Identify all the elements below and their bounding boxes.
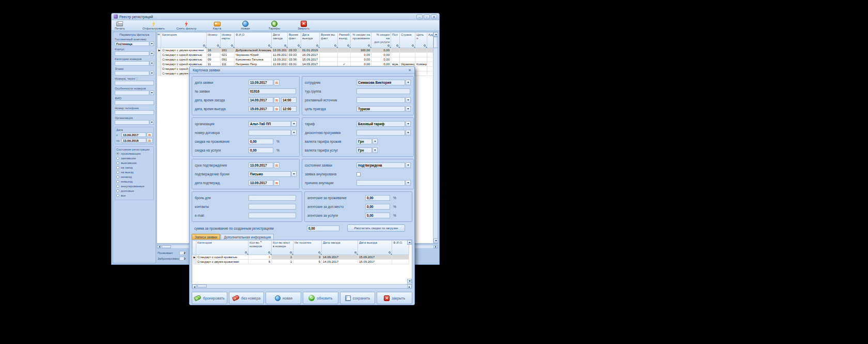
- table-cell[interactable]: [392, 255, 409, 260]
- table-cell[interactable]: 16: [207, 48, 221, 52]
- search-icon[interactable]: [203, 44, 205, 47]
- table-cell[interactable]: [415, 57, 427, 62]
- save-button[interactable]: сохранить: [340, 292, 376, 304]
- radio-icon[interactable]: [116, 180, 119, 183]
- service-currency-combo[interactable]: Грн: [357, 147, 372, 153]
- column-header-stay-discount[interactable]: % скидки на проживание: [351, 33, 371, 48]
- annulled-checkbox[interactable]: [357, 172, 361, 176]
- column-header-arrival-time[interactable]: Время факт: [288, 33, 301, 48]
- search-icon[interactable]: [284, 44, 286, 47]
- new-record-button[interactable]: новая: [266, 292, 301, 304]
- table-cell[interactable]: Стандарт с одной кроватью: [161, 62, 207, 66]
- tab-additional-info[interactable]: Дополнительная информация: [221, 234, 274, 240]
- table-cell[interactable]: [320, 62, 338, 66]
- tariff-combo[interactable]: Базовый тариф: [357, 121, 405, 127]
- calc-discounts-button[interactable]: Рассчитать скидки по загрузке: [347, 225, 405, 232]
- rec-column-departure-date[interactable]: Дата выезда: [358, 241, 392, 255]
- search-icon[interactable]: [298, 44, 300, 47]
- radio-option[interactable]: долговые: [116, 189, 152, 192]
- chevron-down-icon[interactable]: [406, 80, 411, 85]
- tab-records[interactable]: Записи заявки: [192, 234, 220, 240]
- table-cell[interactable]: [392, 260, 409, 264]
- column-header-gender[interactable]: Пол: [391, 33, 400, 48]
- chevron-down-icon[interactable]: [150, 120, 154, 125]
- search-icon[interactable]: [354, 251, 357, 253]
- radio-option[interactable]: незаезд: [116, 175, 152, 178]
- radio-option[interactable]: аннулированные: [116, 185, 152, 188]
- rec-column-not-checked-in[interactable]: Не поселен: [293, 241, 322, 255]
- table-cell[interactable]: 03: [207, 52, 221, 57]
- table-cell[interactable]: Черненко Юрий: [235, 52, 272, 57]
- table-cell[interactable]: [158, 57, 161, 62]
- ad-source-combo[interactable]: [357, 97, 405, 103]
- search-icon[interactable]: [368, 44, 370, 47]
- scroll-up-icon[interactable]: [407, 240, 412, 245]
- table-cell[interactable]: 09: [207, 57, 221, 62]
- column-header-departure-time[interactable]: Время вы факт: [320, 33, 338, 48]
- table-cell[interactable]: ▶: [158, 48, 161, 52]
- table-cell[interactable]: 11: [207, 62, 221, 66]
- chevron-down-icon[interactable]: [291, 130, 297, 136]
- table-cell[interactable]: муж.: [391, 62, 400, 66]
- hotel-complex-input[interactable]: Гостиница: [115, 41, 149, 46]
- table-cell[interactable]: 021: [221, 52, 235, 57]
- rec-column-bed-count[interactable]: Кол-во мест в номере: [272, 241, 293, 255]
- column-header-service-discount[interactable]: % скидки на доп.услуги: [371, 33, 391, 48]
- window-titlebar[interactable]: Реестр регистраций – ▫ ✕: [112, 13, 439, 20]
- tour-group-input[interactable]: [357, 88, 410, 94]
- search-icon[interactable]: [412, 44, 414, 47]
- table-cell[interactable]: [320, 48, 338, 52]
- clear-filter-button[interactable]: Снять фильтр: [174, 20, 198, 30]
- table-cell[interactable]: 0,00: [371, 52, 391, 57]
- table-cell[interactable]: 5: [249, 260, 272, 264]
- column-header-early-checkin[interactable]: Ранний въезд: [338, 33, 351, 48]
- radio-icon[interactable]: [116, 175, 119, 178]
- organization-input[interactable]: [115, 120, 149, 125]
- contacts-input[interactable]: [249, 204, 296, 210]
- date-to-input[interactable]: 13.09.2018: [121, 138, 146, 143]
- radio-icon[interactable]: [116, 152, 119, 155]
- visit-purpose-combo[interactable]: Туризм: [357, 106, 405, 112]
- phone-input[interactable]: [115, 110, 154, 115]
- chevron-down-icon[interactable]: [150, 71, 154, 76]
- request-date-input[interactable]: 13.09.2017: [249, 80, 273, 85]
- organization-combo[interactable]: Альт-Таб ПП: [249, 121, 291, 127]
- scroll-down-icon[interactable]: [407, 279, 412, 283]
- calendar-icon[interactable]: 31: [274, 80, 280, 85]
- departure-time-input[interactable]: 12:00: [281, 106, 297, 112]
- radio-option[interactable]: на заезд: [116, 166, 152, 169]
- rec-column-fio[interactable]: Ф.И.О.: [392, 241, 409, 255]
- confirm-deadline-input[interactable]: 13.09.2017: [249, 162, 273, 168]
- chevron-down-icon[interactable]: [373, 147, 378, 153]
- radio-option[interactable]: все: [116, 194, 152, 197]
- table-cell[interactable]: 03:36: [288, 57, 301, 62]
- table-cell[interactable]: [400, 52, 415, 57]
- table-cell[interactable]: [415, 71, 427, 76]
- agent-service-input[interactable]: 0,00: [365, 213, 390, 218]
- column-header-purpose[interactable]: Цель п: [415, 33, 427, 48]
- search-icon[interactable]: [268, 44, 270, 47]
- calendar-icon[interactable]: 31: [274, 162, 280, 168]
- column-header-country[interactable]: Страна: [400, 33, 415, 48]
- records-horizontal-scrollbar[interactable]: [192, 284, 412, 288]
- table-cell[interactable]: 11.09.2017: [272, 62, 288, 66]
- tariffs-button[interactable]: € Тарифы: [267, 20, 283, 30]
- search-icon[interactable]: [231, 44, 233, 47]
- calendar-icon[interactable]: 31: [274, 180, 280, 186]
- table-row[interactable]: Стандарт с двумя кроватями51514.09.20171…: [193, 260, 409, 264]
- table-cell[interactable]: [158, 62, 161, 66]
- scroll-right-icon[interactable]: [407, 285, 412, 289]
- search-icon[interactable]: [268, 251, 270, 253]
- room-features-input[interactable]: [115, 91, 149, 95]
- table-cell[interactable]: [391, 52, 400, 57]
- dialog-close-button[interactable]: ✕ закрыть: [377, 292, 412, 304]
- table-cell[interactable]: Стандарт с одной кроватью: [196, 255, 249, 260]
- table-cell[interactable]: [400, 48, 415, 52]
- chevron-down-icon[interactable]: [150, 91, 154, 95]
- radio-icon[interactable]: [116, 171, 119, 174]
- date-from-input[interactable]: 13.09.2017: [121, 132, 146, 137]
- rec-column-category[interactable]: Категория: [196, 241, 249, 255]
- scroll-down-icon[interactable]: [433, 238, 438, 243]
- chevron-down-icon[interactable]: [150, 41, 154, 46]
- table-row[interactable]: Стандарт с одной кроватью09091Кононенко …: [158, 57, 436, 62]
